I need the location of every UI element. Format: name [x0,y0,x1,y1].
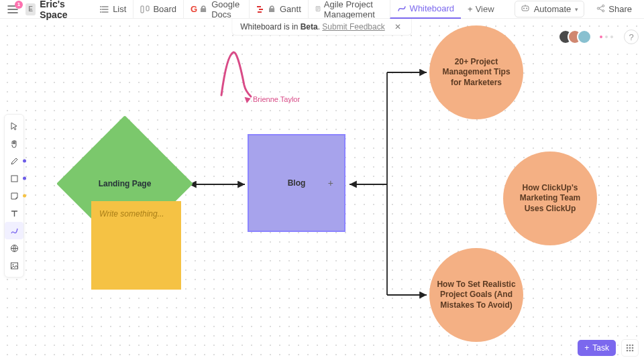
view-label: Board [153,4,176,14]
svg-point-32 [632,350,634,352]
plus-icon: + [584,343,589,353]
svg-point-0 [100,6,101,7]
robot-icon [521,3,530,15]
svg-rect-3 [141,6,144,13]
apps-button[interactable] [621,339,639,357]
collaborator-bar: ? [554,27,643,47]
embed-tool[interactable] [5,239,23,257]
sticky-tool[interactable] [5,187,23,204]
svg-rect-9 [522,6,529,11]
grid-icon [625,343,635,353]
circle-label: How ClickUp's Marketing Team Uses ClickU… [510,183,590,215]
add-view-button[interactable]: + View [461,4,501,14]
beta-text: Whiteboard is in Beta. Submit Feedback [240,22,384,32]
view-google-docs[interactable]: G 🔒︎ Google Docs [183,0,249,19]
share-label: Share [608,4,632,14]
avatar-stack[interactable] [558,29,592,44]
svg-point-27 [627,347,629,349]
automate-label: Automate [534,4,572,14]
shape-square-blog[interactable]: Blog + [248,134,345,232]
share-icon [596,4,605,15]
shape-circle-marketing[interactable]: How ClickUp's Marketing Team Uses ClickU… [503,152,597,245]
automate-button[interactable]: Automate ▾ [515,1,585,17]
text-tool[interactable] [5,204,23,222]
sticky-note[interactable]: Write something... zach [91,201,181,290]
view-gantt[interactable]: 🔒︎ Gantt [249,0,308,19]
sticky-placeholder: Write something... [99,209,164,219]
add-view-label: View [476,4,494,14]
svg-point-29 [632,347,634,349]
view-label: Gantt [280,4,301,14]
notification-badge: 1 [15,1,23,9]
svg-point-26 [632,345,634,347]
views-tabs: List Board G 🔒︎ Google Docs 🔒︎ Gantt Agi… [93,0,501,19]
avatar[interactable] [577,29,592,44]
circle-label: 20+ Project Management Tips for Marketer… [436,57,517,88]
image-tool[interactable] [5,257,23,274]
svg-point-2 [100,11,101,13]
beta-banner: Whiteboard is in Beta. Submit Feedback ✕ [231,19,412,36]
cursor-icon [245,95,252,103]
hand-tool[interactable] [5,135,23,152]
list-icon [100,5,109,14]
view-list[interactable]: List [93,0,133,19]
help-button[interactable]: ? [624,29,639,44]
submit-feedback-link[interactable]: Submit Feedback [322,22,384,32]
shape-circle-goals[interactable]: How To Set Realistic Project Goals (And … [429,248,523,342]
top-bar: 1 E Eric's Space List Board G 🔒︎ Google … [0,0,644,19]
view-board[interactable]: Board [133,0,183,19]
space-avatar: E [25,3,36,15]
plus-icon: + [468,4,473,14]
share-button[interactable]: Share [591,4,637,15]
new-task-button[interactable]: + Task [578,340,616,356]
lock-icon: 🔒︎ [199,4,208,14]
svg-point-28 [629,347,631,349]
gdocs-icon: G [191,5,197,14]
svg-point-12 [598,7,600,9]
space-selector[interactable]: E Eric's Space [25,0,87,20]
board-icon [140,5,150,14]
view-label: Whiteboard [410,3,454,13]
shape-circle-tips[interactable]: 20+ Project Management Tips for Marketer… [429,25,523,119]
svg-point-11 [526,8,527,9]
connector-tool[interactable] [5,222,23,239]
close-icon[interactable]: ✕ [392,22,404,32]
svg-point-24 [627,345,629,347]
view-agile[interactable]: Agile Project Management [308,0,390,19]
svg-rect-20 [11,176,17,182]
svg-rect-5 [257,6,261,7]
svg-point-30 [627,350,629,352]
bottom-actions: + Task [578,339,639,357]
gantt-icon [256,5,266,14]
plus-icon[interactable]: + [328,178,333,188]
beta-prefix: Whiteboard is in [240,22,300,32]
cursor-name: Brienne Taylor [253,95,300,103]
svg-point-10 [523,8,525,9]
menu-button[interactable]: 1 [7,3,19,15]
chevron-down-icon: ▾ [575,6,578,13]
svg-rect-4 [146,6,149,11]
whiteboard-icon [397,4,407,13]
pen-tool[interactable] [5,152,23,170]
svg-point-14 [602,9,604,11]
space-name: Eric's Space [40,0,87,20]
collab-pagination [600,36,613,38]
select-tool[interactable] [5,117,23,135]
whiteboard-canvas[interactable]: Landing Page Blog + 20+ Project Manageme… [0,19,644,362]
view-label: List [113,4,126,14]
svg-point-31 [629,350,631,352]
task-label: Task [592,343,609,353]
svg-rect-6 [259,9,263,10]
beta-bold: Beta [301,22,318,32]
square-label: Blog [288,178,306,188]
svg-point-13 [602,5,604,7]
shape-tool[interactable] [5,170,23,187]
circle-label: How To Set Realistic Project Goals (And … [436,280,517,311]
view-label: Google Docs [211,0,242,19]
svg-point-1 [100,9,101,10]
view-label: Agile Project Management [324,0,383,19]
doc-icon [315,5,321,14]
lock-icon: 🔒︎ [268,4,276,14]
view-whiteboard[interactable]: Whiteboard [390,0,461,19]
svg-rect-7 [258,11,262,13]
